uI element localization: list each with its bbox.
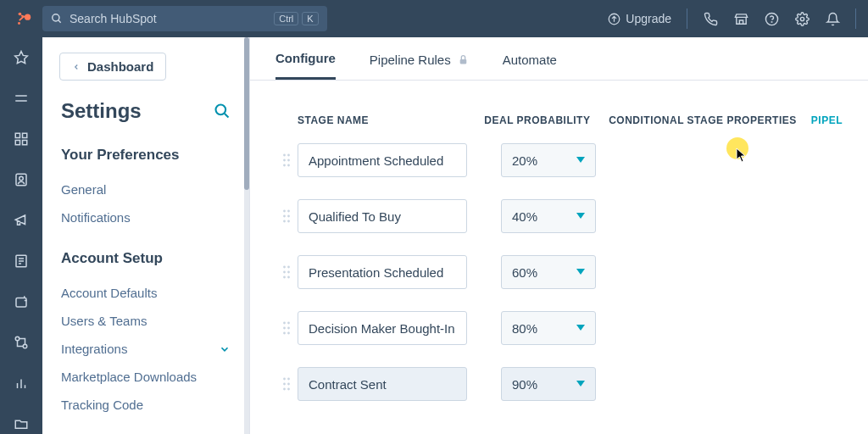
stage-name-input[interactable] bbox=[298, 143, 467, 177]
sidebar-title: Settings bbox=[61, 99, 142, 123]
svg-point-10 bbox=[800, 17, 804, 20]
deal-probability-value: 60% bbox=[512, 265, 537, 280]
tab-configure[interactable]: Configure bbox=[275, 51, 336, 80]
stage-name-input[interactable] bbox=[298, 367, 467, 401]
drag-handle-icon[interactable] bbox=[275, 376, 298, 392]
sidebar-item[interactable]: Tracking Code bbox=[42, 391, 249, 419]
svg-point-54 bbox=[283, 322, 286, 325]
drag-handle-icon[interactable] bbox=[275, 320, 298, 336]
rail-content-icon[interactable] bbox=[13, 253, 30, 270]
caret-down-icon bbox=[576, 213, 585, 220]
sidebar-item-label: Notifications bbox=[61, 210, 131, 225]
deal-probability-select[interactable]: 40% bbox=[501, 199, 596, 233]
svg-point-0 bbox=[19, 13, 22, 16]
svg-rect-15 bbox=[23, 133, 27, 137]
deal-probability-select[interactable]: 90% bbox=[501, 367, 596, 401]
svg-marker-11 bbox=[15, 52, 28, 64]
svg-point-25 bbox=[15, 337, 19, 341]
rail-dashboard-icon[interactable] bbox=[13, 131, 30, 147]
main-panel: Configure Pipeline Rules Automate STAGE … bbox=[250, 37, 868, 434]
back-to-dashboard-button[interactable]: Dashboard bbox=[59, 53, 166, 81]
deal-probability-select[interactable]: 20% bbox=[501, 143, 596, 177]
svg-point-52 bbox=[287, 276, 290, 279]
svg-point-65 bbox=[283, 388, 286, 391]
rail-contacts-icon[interactable] bbox=[13, 171, 30, 188]
svg-rect-14 bbox=[15, 133, 19, 137]
tab-bar: Configure Pipeline Rules Automate bbox=[250, 37, 868, 81]
settings-icon[interactable] bbox=[794, 11, 810, 26]
svg-point-50 bbox=[287, 271, 290, 274]
svg-point-57 bbox=[287, 327, 290, 330]
stage-row: 90% bbox=[275, 367, 843, 423]
sidebar-group-heading: Account Setup bbox=[42, 250, 249, 267]
notifications-icon[interactable] bbox=[825, 11, 840, 26]
phone-icon[interactable] bbox=[703, 11, 718, 26]
sidebar-item[interactable]: Marketplace Downloads bbox=[42, 363, 249, 391]
settings-sidebar: Dashboard Settings Your PreferencesGener… bbox=[42, 37, 250, 434]
svg-point-37 bbox=[283, 164, 286, 167]
svg-point-47 bbox=[283, 266, 286, 269]
deal-probability-select[interactable]: 60% bbox=[501, 255, 596, 289]
rail-menu-icon[interactable] bbox=[13, 90, 30, 107]
stage-name-input[interactable] bbox=[298, 311, 467, 345]
help-icon[interactable] bbox=[764, 11, 779, 26]
rail-automation-icon[interactable] bbox=[13, 334, 30, 351]
svg-point-59 bbox=[287, 332, 290, 335]
sidebar-item-label: Users & Teams bbox=[61, 314, 147, 328]
svg-point-33 bbox=[283, 154, 286, 157]
rail-bookmarks-icon[interactable] bbox=[13, 49, 30, 66]
svg-point-19 bbox=[19, 176, 24, 181]
svg-point-62 bbox=[287, 378, 290, 381]
sidebar-item[interactable]: Integrations bbox=[42, 335, 249, 363]
rail-files-icon[interactable] bbox=[13, 415, 30, 432]
sidebar-item[interactable]: Notifications bbox=[42, 203, 249, 231]
svg-point-43 bbox=[287, 215, 290, 218]
col-header-deal-probability: DEAL PROBABILITY bbox=[484, 114, 609, 126]
sidebar-item-label: Tracking Code bbox=[61, 398, 143, 412]
svg-point-42 bbox=[283, 215, 286, 218]
hubspot-logo bbox=[12, 7, 36, 31]
upgrade-button[interactable]: Upgrade bbox=[608, 12, 671, 25]
search-icon bbox=[51, 13, 63, 25]
svg-point-56 bbox=[283, 327, 286, 330]
svg-point-45 bbox=[287, 220, 290, 223]
rail-library-icon[interactable] bbox=[13, 293, 30, 310]
sidebar-item-label: Marketplace Downloads bbox=[61, 370, 197, 384]
stage-row: 20% bbox=[275, 143, 843, 199]
sidebar-item[interactable]: General bbox=[42, 175, 249, 203]
svg-line-31 bbox=[225, 114, 229, 118]
col-header-stage-name: STAGE NAME bbox=[298, 114, 484, 126]
svg-line-6 bbox=[58, 20, 61, 23]
stage-name-input[interactable] bbox=[298, 255, 467, 289]
drag-handle-icon[interactable] bbox=[275, 264, 298, 280]
svg-point-44 bbox=[283, 220, 286, 223]
sidebar-item[interactable]: Users & Teams bbox=[42, 307, 249, 335]
marketplace-icon[interactable] bbox=[733, 11, 748, 26]
svg-rect-17 bbox=[15, 141, 19, 145]
stage-row: 60% bbox=[275, 255, 843, 311]
search-input[interactable] bbox=[70, 12, 267, 25]
svg-point-36 bbox=[287, 159, 290, 162]
svg-marker-39 bbox=[576, 157, 585, 163]
tab-pipeline-rules[interactable]: Pipeline Rules bbox=[370, 51, 469, 80]
deal-probability-value: 20% bbox=[512, 153, 537, 168]
svg-point-30 bbox=[216, 105, 226, 115]
sidebar-scrollbar-thumb[interactable] bbox=[244, 37, 249, 190]
rail-reports-icon[interactable] bbox=[13, 375, 30, 392]
tab-automate[interactable]: Automate bbox=[503, 51, 557, 80]
svg-rect-16 bbox=[23, 141, 27, 145]
sidebar-item[interactable]: Account Defaults bbox=[42, 279, 249, 307]
svg-point-40 bbox=[283, 210, 286, 213]
svg-marker-67 bbox=[576, 381, 585, 387]
chevron-left-icon bbox=[72, 62, 81, 72]
drag-handle-icon[interactable] bbox=[275, 209, 298, 224]
stage-row: 40% bbox=[275, 199, 843, 255]
svg-point-3 bbox=[18, 22, 20, 25]
rail-marketing-icon[interactable] bbox=[13, 212, 30, 229]
global-search[interactable]: Ctrl K bbox=[42, 6, 327, 31]
stage-name-input[interactable] bbox=[298, 199, 467, 233]
sidebar-search-icon[interactable] bbox=[214, 103, 231, 120]
drag-handle-icon[interactable] bbox=[275, 153, 298, 168]
chevron-down-icon bbox=[219, 343, 231, 355]
deal-probability-select[interactable]: 80% bbox=[501, 311, 596, 345]
